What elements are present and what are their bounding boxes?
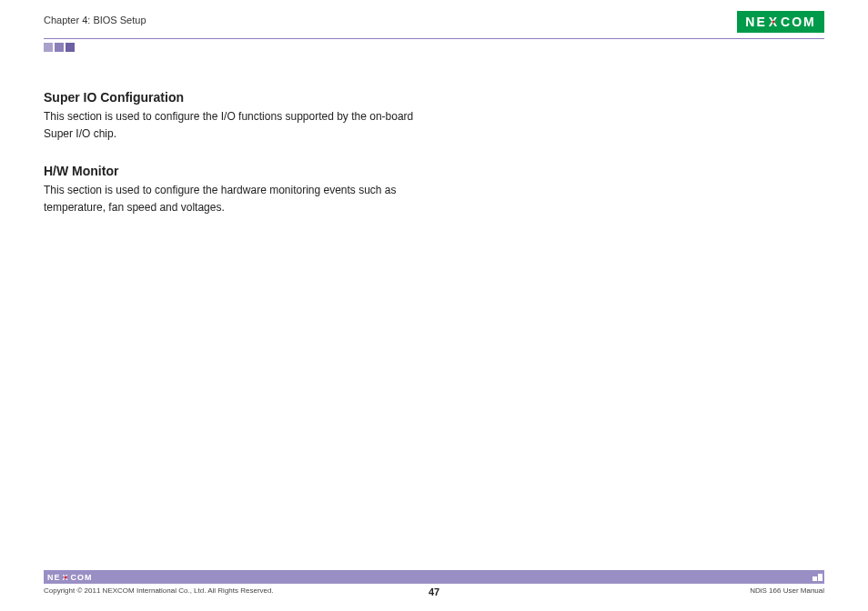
page-footer: NEXCOM Copyright © 2011 NEXCOM Internati… [44,570,824,595]
logo-part-right: COM [781,15,816,29]
brand-logo: NEXCOM [737,11,824,33]
logo-x-icon: X [61,573,71,582]
main-content: Super IO Configuration This section is u… [44,90,444,215]
header-divider [44,38,824,39]
square-icon [55,43,64,52]
logo-x-icon: X [767,15,781,29]
chapter-title: Chapter 4: BIOS Setup [44,11,146,25]
copyright-text: Copyright © 2011 NEXCOM International Co… [44,586,274,595]
footer-logo-text: NEXCOM [45,573,93,582]
section-body: This section is used to configure the ha… [44,182,444,215]
section-heading: Super IO Configuration [44,90,444,105]
logo-part-left: NE [745,15,766,29]
section-super-io: Super IO Configuration This section is u… [44,90,444,142]
section-body: This section is used to configure the I/… [44,108,444,142]
footer-line: Copyright © 2011 NEXCOM International Co… [44,586,824,595]
section-hw-monitor: H/W Monitor This section is used to conf… [44,164,444,215]
footer-bar: NEXCOM [44,570,824,584]
square-icon [818,574,823,581]
document-name: NDiS 166 User Manual [750,586,824,595]
page-header: Chapter 4: BIOS Setup NEXCOM [44,11,824,33]
footer-corner-icon [812,574,823,581]
section-heading: H/W Monitor [44,164,444,178]
square-icon [44,43,53,52]
square-icon [812,576,817,581]
footer-logo: NEXCOM [45,573,93,582]
brand-logo-text: NEXCOM [745,15,815,29]
square-icon [66,43,75,52]
page-number: 47 [429,586,439,597]
decorative-squares [44,43,824,52]
